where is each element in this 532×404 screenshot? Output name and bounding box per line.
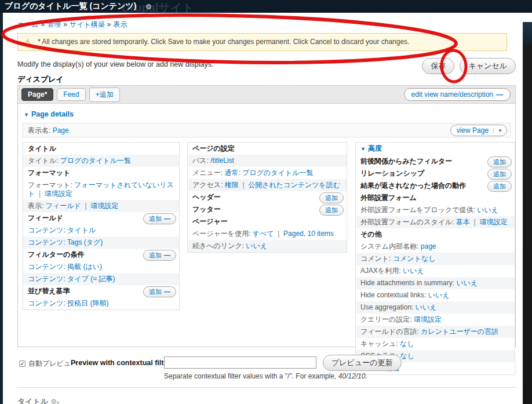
column-advanced: ▼高度前後関係からみたフィルター追加リレーションシップ追加結果が返されなかった場… [355,142,515,375]
setting-link[interactable]: 公開されたコンテンツを読む [248,181,340,189]
setting-link[interactable]: 環境設定 [414,315,442,323]
setting-link[interactable]: コンテンツ: タイプ (= 記事) [28,275,115,283]
views-row: フィールド追加— [23,212,179,224]
setting-label: フォーマット: [28,181,74,189]
setting-link[interactable]: コンテンツ: Tags (タグ) [28,238,103,246]
display-tab-page[interactable]: Page* [21,88,53,101]
add-button[interactable]: 追加 [487,181,512,192]
setting-link[interactable]: 基本 [456,218,470,226]
contextual-filters-input[interactable] [164,356,316,369]
setting-link[interactable]: いいえ [477,206,498,214]
settings-columns: タイトルタイトル: ブログのタイトル一覧フォーマットフォーマット: フォーマット… [18,142,515,346]
setting-link[interactable]: コンテンツ: 投稿日 (降順) [28,299,108,307]
views-row: リレーションシップ追加 [356,168,515,180]
section-title: フィルターの条件 [28,250,84,259]
add-button[interactable]: 追加 [319,192,344,203]
setting-link[interactable]: フィールド [46,202,81,210]
setting-link[interactable]: いいえ [403,267,424,275]
breadcrumb-link[interactable]: サイト構築 [70,20,105,28]
setting-link[interactable]: コメントなし [393,254,436,263]
save-button[interactable]: 保存 [422,58,454,74]
breadcrumb-separator: » [63,20,67,28]
page-details-label: Page details [31,110,74,118]
page-background-left [0,13,3,404]
contextual-filters-help: Separate contextual filter values with a… [164,372,367,380]
dropdown-dash-icon: — [164,252,170,259]
setting-link[interactable]: /titleList [210,156,234,165]
display-name-value-link[interactable]: Page [53,126,69,134]
section-title: 並び替え基準 [28,287,70,295]
setting-link[interactable]: カレントユーザーの言語 [421,327,498,336]
breadcrumb-link[interactable]: ホーム [17,20,39,28]
column-fields: タイトルタイトル: ブログのタイトル一覧フォーマットフォーマット: フォーマット… [23,142,180,310]
section-title: ページの設定 [192,144,235,152]
chevron-down-icon[interactable]: ▾ [57,400,59,404]
add-button[interactable]: 追加 [487,156,512,168]
views-row: AJAXを利用: いいえ [356,265,515,277]
section-title: タイトル [28,144,56,152]
views-row: 表示: フィールド | 環境設定 [23,200,179,212]
display-tab-[interactable]: +追加 [89,88,120,102]
setting-link[interactable]: ブログのタイトル一覧 [60,156,131,165]
display-tab-feed[interactable]: Feed [57,88,85,101]
add-button[interactable]: 追加— [143,250,176,261]
separator: | [470,218,479,226]
add-button[interactable]: 追加— [143,213,176,224]
section-title: ヘッダー [192,193,221,201]
separator: | [35,190,44,198]
setting-link[interactable]: 環境設定 [90,202,118,210]
display-name-row: 表示名: Page view Page ▼ [23,123,511,137]
breadcrumb-link[interactable]: 表示 [113,20,127,28]
setting-link[interactable]: コンテンツ: タイトル [28,226,96,234]
cancel-button[interactable]: キャンセル [460,58,516,74]
setting-label: Hide attachments in summary: [360,279,456,287]
setting-link[interactable]: いいえ [456,279,478,287]
edit-view-name-label: edit view name/description [411,90,493,99]
views-row: フォーマット: フォーマットされていないリスト | 環境設定 [23,179,179,200]
page-details-toggle[interactable]: ▼Page details [24,110,74,118]
setting-link[interactable]: すべて [253,230,274,238]
breadcrumb-link[interactable]: 管理 [47,20,61,28]
auto-preview-checkbox[interactable]: ✓ [19,361,25,367]
chevron-down-icon: ▼ [24,112,29,118]
views-row: 外部設置フォームのスタイル: 基本 | 環境設定 [356,216,515,228]
contextual-gear-icon[interactable] [146,4,151,9]
column-page-settings: ページの設定パス: /titleListメニュー: 通常: ブログのタイトル一覧… [187,142,347,253]
help-text: Separate contextual filter values with a… [164,372,338,380]
views-row: クエリーの設定: 環境設定 [356,314,515,326]
setting-link[interactable]: page [421,242,436,250]
chevron-down-icon[interactable]: ▼ [493,128,507,133]
add-button[interactable]: 追加 [319,205,344,216]
views-row: メニュー: 通常: ブログのタイトル一覧 [188,167,347,179]
setting-link[interactable]: いいえ [246,242,267,250]
views-row: キャッシュ: なし [356,338,515,350]
setting-link[interactable]: なし [400,340,414,348]
views-row: 結果が返されなかった場合の動作追加 [356,180,515,192]
setting-link[interactable]: コンテンツ: 掲載 (はい) [28,263,102,271]
auto-preview-toggle[interactable]: ✓ 自動プレビュー [19,359,78,369]
warning-text: * All changes are stored temporarily. Cl… [38,38,409,46]
warning-icon: ⚠ [24,37,31,48]
add-button[interactable]: 追加— [143,286,176,297]
view-page-button[interactable]: view Page ▼ [450,125,507,136]
setting-link[interactable]: 通常: ブログのタイトル一覧 [225,169,314,177]
breadcrumb-separator: » [41,20,45,28]
view-page-label: view Page [457,126,489,134]
preview-title-heading: タイトル⚙▾ [17,396,59,404]
setting-label: パス: [192,156,210,165]
edit-view-name-button[interactable]: edit view name/description— [404,88,511,101]
update-preview-button[interactable]: プレビューの更新 [323,355,402,371]
setting-link[interactable]: 環境設定 [45,190,72,198]
setting-link[interactable]: なし [400,352,414,360]
setting-label: メニュー: [192,169,225,177]
add-button[interactable]: 追加 [487,169,512,180]
setting-link[interactable]: いいえ [428,291,450,299]
setting-link[interactable]: 環境設定 [479,218,507,226]
setting-link[interactable]: 権限 [225,181,239,189]
setting-link[interactable]: Paged, 10 items [283,230,334,238]
advanced-toggle[interactable]: ▼高度 [356,143,515,155]
help-example: 40/12/10. [338,372,367,380]
setting-link[interactable]: いいえ [416,303,437,311]
page-background-right [523,22,532,404]
gear-icon[interactable]: ⚙ [50,398,57,404]
